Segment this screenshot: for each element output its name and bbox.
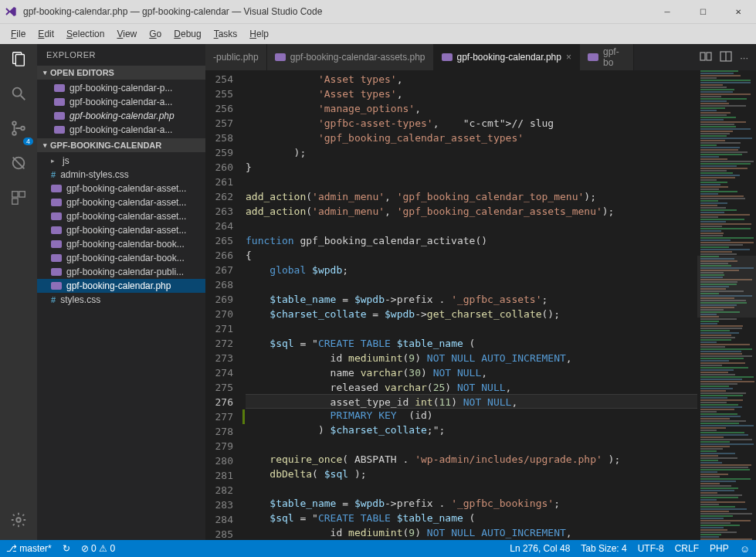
file-item[interactable]: gpf-booking-calendar-asset... xyxy=(37,209,205,223)
php-icon xyxy=(54,84,65,92)
encoding[interactable]: UTF-8 xyxy=(638,543,664,555)
menu-file[interactable]: File xyxy=(5,29,32,39)
php-icon xyxy=(51,254,62,262)
language-mode[interactable]: PHP xyxy=(710,543,729,555)
menu-go[interactable]: Go xyxy=(143,29,168,39)
debug-icon[interactable] xyxy=(10,155,27,175)
window-maximize-button[interactable]: ☐ xyxy=(685,0,720,23)
menubar: File Edit Selection View Go Debug Tasks … xyxy=(0,23,756,44)
editor-tabs: -public.php gpf-booking-calendar-assets.… xyxy=(205,44,756,70)
folder-header[interactable]: GPF-BOOKING-CALENDAR xyxy=(37,138,205,152)
svg-rect-10 xyxy=(19,192,25,197)
svg-point-6 xyxy=(21,127,25,131)
php-icon xyxy=(588,53,598,61)
close-icon[interactable]: × xyxy=(566,52,571,63)
file-item[interactable]: gpf-booking-calendar-publi... xyxy=(37,265,205,279)
folder-item[interactable]: js xyxy=(37,154,205,168)
minimap-viewport[interactable] xyxy=(697,256,756,318)
menu-view[interactable]: View xyxy=(110,29,143,39)
indentation[interactable]: Tab Size: 4 xyxy=(581,543,626,555)
php-icon xyxy=(54,98,65,106)
extensions-icon[interactable] xyxy=(10,189,27,210)
source-control-icon[interactable]: 4 xyxy=(10,120,27,141)
svg-line-3 xyxy=(21,96,25,100)
scm-badge: 4 xyxy=(23,138,33,145)
sidebar-title: EXPLORER xyxy=(37,44,205,66)
svg-rect-9 xyxy=(12,192,18,197)
svg-point-4 xyxy=(12,121,16,125)
window-close-button[interactable]: ✕ xyxy=(720,0,756,23)
status-bar: ⎇ master* ↻ ⊘ 0 ⚠ 0 Ln 276, Col 48 Tab S… xyxy=(0,540,756,557)
open-editor-item[interactable]: gpf-booking-calendar-a... xyxy=(37,95,205,109)
svg-rect-11 xyxy=(12,199,18,204)
menu-edit[interactable]: Edit xyxy=(32,29,60,39)
cursor-position[interactable]: Ln 276, Col 48 xyxy=(510,543,570,555)
editor-area: -public.php gpf-booking-calendar-assets.… xyxy=(205,44,756,540)
minimap[interactable] xyxy=(697,70,756,540)
code-editor[interactable]: 'Asset types', 'Asset types', 'manage_op… xyxy=(246,70,697,540)
settings-gear-icon[interactable] xyxy=(10,511,27,532)
svg-point-2 xyxy=(13,88,22,97)
file-item[interactable]: gpf-booking-calendar-asset... xyxy=(37,223,205,237)
file-item[interactable]: gpf-booking-calendar-book... xyxy=(37,251,205,265)
php-icon xyxy=(51,282,62,290)
open-editor-item-active[interactable]: gpf-booking-calendar.php xyxy=(37,109,205,123)
sidebar: EXPLORER OPEN EDITORS gpf-booking-calend… xyxy=(37,44,205,540)
more-actions-icon[interactable]: ··· xyxy=(740,52,748,63)
split-editor-icon[interactable] xyxy=(720,50,732,65)
css-icon: # xyxy=(51,295,56,304)
editor-tab[interactable]: -public.php xyxy=(205,44,267,70)
file-item[interactable]: gpf-booking-calendar-asset... xyxy=(37,182,205,195)
editor-tab[interactable]: gpf-bo xyxy=(580,44,634,70)
menu-selection[interactable]: Selection xyxy=(60,29,110,39)
file-item[interactable]: gpf-booking-calendar-book... xyxy=(37,237,205,251)
css-icon: # xyxy=(51,170,56,179)
problems[interactable]: ⊘ 0 ⚠ 0 xyxy=(81,543,115,554)
open-editors-list: gpf-booking-calendar-p... gpf-booking-ca… xyxy=(37,80,205,138)
git-sync-icon[interactable]: ↻ xyxy=(63,543,70,554)
php-icon xyxy=(51,226,62,234)
svg-rect-14 xyxy=(707,53,711,60)
editor-tab-active[interactable]: gpf-booking-calendar.php× xyxy=(434,44,580,70)
eol[interactable]: CRLF xyxy=(675,543,699,555)
php-icon xyxy=(51,185,62,192)
vscode-logo-icon xyxy=(5,5,17,18)
file-item[interactable]: #styles.css xyxy=(37,293,205,307)
file-item[interactable]: #admin-styles.css xyxy=(37,168,205,182)
svg-point-12 xyxy=(16,518,21,522)
window-minimize-button[interactable]: ─ xyxy=(649,0,685,23)
php-icon xyxy=(51,212,62,220)
file-tree: js#admin-styles.cssgpf-booking-calendar-… xyxy=(37,152,205,308)
php-icon xyxy=(275,53,286,61)
explorer-icon[interactable] xyxy=(10,50,27,71)
php-icon xyxy=(54,126,65,134)
php-icon xyxy=(54,112,65,120)
file-item[interactable]: gpf-booking-calendar-asset... xyxy=(37,195,205,209)
open-editors-header[interactable]: OPEN EDITORS xyxy=(37,66,205,80)
activity-bar: 4 xyxy=(0,44,37,540)
svg-rect-13 xyxy=(700,53,705,60)
svg-rect-1 xyxy=(15,55,24,66)
git-branch[interactable]: ⎇ master* xyxy=(6,543,52,554)
window-titlebar: gpf-booking-calendar.php — gpf-booking-c… xyxy=(0,0,756,23)
svg-point-5 xyxy=(12,131,16,135)
file-item[interactable]: gpf-booking-calendar.php xyxy=(37,279,205,293)
window-title: gpf-booking-calendar.php — gpf-booking-c… xyxy=(23,6,649,17)
menu-tasks[interactable]: Tasks xyxy=(208,29,244,39)
menu-debug[interactable]: Debug xyxy=(168,29,207,39)
open-editor-item[interactable]: gpf-booking-calendar-p... xyxy=(37,81,205,95)
search-icon[interactable] xyxy=(10,85,27,106)
compare-changes-icon[interactable] xyxy=(700,50,712,65)
php-icon xyxy=(51,240,62,248)
feedback-icon[interactable]: ☺ xyxy=(740,543,750,555)
php-icon xyxy=(51,199,62,206)
editor-tab[interactable]: gpf-booking-calendar-assets.php xyxy=(267,44,434,70)
menu-help[interactable]: Help xyxy=(243,29,275,39)
php-icon xyxy=(51,268,62,276)
line-gutter: 2542552562572582592602612622632642652662… xyxy=(205,70,246,540)
php-icon xyxy=(442,53,453,61)
open-editor-item[interactable]: gpf-booking-calendar-a... xyxy=(37,123,205,137)
